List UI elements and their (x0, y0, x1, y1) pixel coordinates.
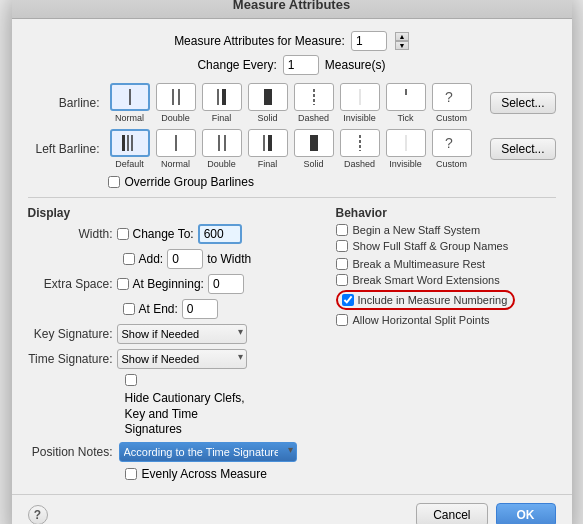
cancel-button[interactable]: Cancel (416, 503, 487, 524)
svg-rect-5 (264, 89, 272, 105)
position-notes-select-wrapper: According to the Time Signature Evenly A… (119, 442, 297, 462)
evenly-across-checkbox[interactable] (125, 468, 137, 480)
behavior-checkbox-1[interactable] (336, 240, 348, 252)
key-sig-label: Key Signature: (28, 327, 113, 341)
time-sig-label: Time Signature: (28, 352, 113, 366)
barline-tick[interactable]: Tick (384, 83, 428, 123)
add-checkbox[interactable] (123, 253, 135, 265)
left-barline-custom[interactable]: ? Custom (430, 129, 474, 169)
behavior-item-1: Show Full Staff & Group Names (336, 240, 556, 252)
left-barline-solid-label: Solid (303, 159, 323, 169)
at-end-label: At End: (139, 302, 178, 316)
behavior-item-5: Allow Horizontal Split Points (336, 314, 556, 326)
left-barline-invisible[interactable]: Invisible (384, 129, 428, 169)
barline-select-button[interactable]: Select... (490, 92, 555, 114)
left-barline-final-icon[interactable] (248, 129, 288, 157)
left-barline-default[interactable]: Default (108, 129, 152, 169)
at-end-row: At End: (28, 299, 320, 319)
behavior-checkbox-2[interactable] (336, 258, 348, 270)
behavior-checkbox-5[interactable] (336, 314, 348, 326)
dialog-title: Measure Attributes (12, 0, 572, 19)
barline-label: Barline: (28, 96, 100, 110)
ok-button[interactable]: OK (496, 503, 556, 524)
left-barline-double-label: Double (207, 159, 236, 169)
extra-space-label: Extra Space: (28, 277, 113, 291)
left-barline-dashed-icon[interactable] (340, 129, 380, 157)
barline-double-icon[interactable] (156, 83, 196, 111)
display-section: Display Width: Change To: Add: to Width (28, 206, 320, 484)
barline-dashed[interactable]: Dashed (292, 83, 336, 123)
width-value-input[interactable] (198, 224, 242, 244)
barline-dashed-icon[interactable] (294, 83, 334, 111)
at-end-input[interactable] (182, 299, 218, 319)
svg-rect-4 (222, 89, 226, 105)
barline-double-label: Double (161, 113, 190, 123)
hide-cautionary-row: Hide Cautionary Clefs, Key and Time Sign… (28, 374, 248, 438)
barline-normal[interactable]: Normal (108, 83, 152, 123)
at-beginning-checkbox[interactable] (117, 278, 129, 290)
add-value-input[interactable] (167, 249, 203, 269)
left-barline-default-label: Default (115, 159, 144, 169)
at-beginning-input[interactable] (208, 274, 244, 294)
width-change-to-label: Change To: (133, 227, 194, 241)
barline-invisible-icon[interactable] (340, 83, 380, 111)
barline-final[interactable]: Final (200, 83, 244, 123)
barline-solid-icon[interactable] (248, 83, 288, 111)
barline-tick-icon[interactable] (386, 83, 426, 111)
change-every-input[interactable] (283, 55, 319, 75)
width-change-to-checkbox[interactable] (117, 228, 129, 240)
hide-cautionary-checkbox[interactable] (125, 374, 137, 386)
dialog-content: Measure Attributes for Measure: ▲ ▼ Chan… (12, 19, 572, 494)
override-group-barlines-checkbox[interactable] (108, 176, 120, 188)
left-barline-invisible-icon[interactable] (386, 129, 426, 157)
key-sig-select[interactable]: Show if Needed Always Show Never Show (117, 324, 247, 344)
left-barline-normal[interactable]: Normal (154, 129, 198, 169)
position-notes-select[interactable]: According to the Time Signature Evenly A… (119, 442, 297, 462)
left-barline-dashed[interactable]: Dashed (338, 129, 382, 169)
help-button[interactable]: ? (28, 505, 48, 524)
left-barline-double[interactable]: Double (200, 129, 244, 169)
hide-cautionary-label: Hide Cautionary Clefs, Key and Time Sign… (125, 391, 248, 438)
behavior-item-label-1: Show Full Staff & Group Names (353, 240, 509, 252)
left-barline-solid-icon[interactable] (294, 129, 334, 157)
left-barline-select-button[interactable]: Select... (490, 138, 555, 160)
behavior-checkbox-4[interactable] (342, 294, 354, 306)
left-barline-normal-icon[interactable] (156, 129, 196, 157)
action-buttons: Cancel OK (416, 503, 555, 524)
svg-text:?: ? (445, 89, 453, 105)
left-barline-double-icon[interactable] (202, 129, 242, 157)
barline-normal-label: Normal (115, 113, 144, 123)
barline-invisible[interactable]: Invisible (338, 83, 382, 123)
behavior-checkbox-0[interactable] (336, 224, 348, 236)
svg-text:?: ? (445, 135, 453, 151)
barline-solid[interactable]: Solid (246, 83, 290, 123)
at-end-checkbox[interactable] (123, 303, 135, 315)
left-barline-solid[interactable]: Solid (292, 129, 336, 169)
width-label: Width: (28, 227, 113, 241)
barline-tick-label: Tick (397, 113, 413, 123)
barline-custom-icon[interactable]: ? (432, 83, 472, 111)
behavior-item-label-5: Allow Horizontal Split Points (353, 314, 490, 326)
barline-final-icon[interactable] (202, 83, 242, 111)
svg-rect-17 (268, 135, 272, 151)
time-sig-select[interactable]: Show if Needed Always Show Never Show (117, 349, 247, 369)
barline-custom-label: Custom (436, 113, 467, 123)
barline-dashed-label: Dashed (298, 113, 329, 123)
override-group-barlines-label: Override Group Barlines (125, 175, 254, 189)
left-barline-normal-label: Normal (161, 159, 190, 169)
left-barline-custom-icon[interactable]: ? (432, 129, 472, 157)
barline-custom[interactable]: ? Custom (430, 83, 474, 123)
measure-for-up[interactable]: ▲ (395, 32, 409, 41)
behavior-checkbox-3[interactable] (336, 274, 348, 286)
barline-double[interactable]: Double (154, 83, 198, 123)
evenly-across-row: Evenly Across Measure (28, 467, 320, 481)
measure-for-stepper[interactable]: ▲ ▼ (395, 32, 409, 50)
barline-normal-icon[interactable] (110, 83, 150, 111)
behavior-item-3: Break Smart Word Extensions (336, 274, 556, 286)
measure-for-down[interactable]: ▼ (395, 41, 409, 50)
behavior-label: Behavior (336, 206, 556, 220)
behavior-item-2: Break a Multimeasure Rest (336, 258, 556, 270)
left-barline-final[interactable]: Final (246, 129, 290, 169)
left-barline-default-icon[interactable] (110, 129, 150, 157)
measure-for-input[interactable] (351, 31, 387, 51)
